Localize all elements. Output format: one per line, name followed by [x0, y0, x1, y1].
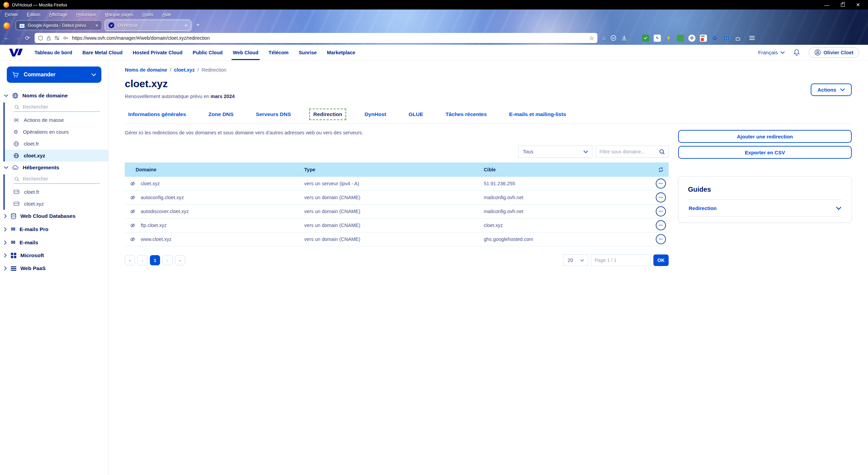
browser-tab-ovhcloud[interactable]: V OVHcloud ×	[105, 20, 191, 31]
tab-glue[interactable]: GLUE	[405, 109, 427, 119]
order-button[interactable]: Commander	[7, 66, 101, 83]
tab-emails-mailing-lists[interactable]: E-mails et mailing-lists	[506, 109, 570, 119]
sidebar-item-hosting-cloet-xyz[interactable]: cloet.xyz	[5, 198, 108, 210]
pagination-first-button[interactable]: «	[125, 255, 135, 265]
close-button[interactable]: ×	[856, 1, 860, 8]
globe-extension-icon[interactable]	[723, 35, 730, 42]
menu-aide[interactable]: Aide	[162, 12, 171, 17]
refresh-icon[interactable]	[658, 167, 664, 173]
circle-o-extension-icon[interactable]: O	[688, 35, 695, 42]
language-selector[interactable]: Français	[758, 50, 785, 55]
tab-redirection[interactable]: Redirection	[310, 109, 346, 119]
pagination-ok-button[interactable]: OK	[653, 254, 669, 266]
signature-pen-icon[interactable]: ✎	[654, 35, 661, 42]
permissions-sliders-icon[interactable]	[54, 36, 60, 40]
nav-sunrise[interactable]: Sunrise	[299, 45, 317, 60]
breadcrumb-domain-link[interactable]: cloet.xyz	[174, 67, 195, 73]
tab-zone-dns[interactable]: Zone DNS	[205, 109, 237, 119]
lock-icon[interactable]	[46, 36, 51, 41]
tab-dynhost[interactable]: DynHost	[361, 109, 390, 119]
domains-search-field[interactable]: Rechercher	[14, 102, 100, 112]
menu-outils[interactable]: Outils	[142, 12, 153, 17]
pagination-last-button[interactable]: »	[175, 255, 185, 265]
notifications-bell-icon[interactable]	[793, 49, 800, 56]
sidebar-item-actions-de-masse[interactable]: Actions de masse	[5, 114, 108, 126]
shield-icon[interactable]	[38, 36, 43, 41]
puzzle-icon[interactable]	[734, 35, 742, 42]
nav-telecom[interactable]: Télécom	[269, 45, 289, 60]
lightning-icon[interactable]	[665, 35, 672, 42]
add-redirection-button[interactable]: Ajouter une redirection	[678, 130, 852, 143]
bookmark-star-icon[interactable]: ☆	[589, 35, 594, 41]
column-header-cible[interactable]: Cible	[484, 167, 653, 172]
sidebar-item-operations-en-cours[interactable]: ⚙ Opérations en cours	[5, 126, 108, 138]
sidebar-item-hosting-cloet-fr[interactable]: cloet.fr	[5, 186, 108, 198]
stack-arrows-icon[interactable]	[711, 35, 718, 42]
sidebar-section-emails-pro[interactable]: ✉ E-mails Pro	[0, 223, 108, 236]
menu-hamburger-icon[interactable]	[749, 36, 755, 40]
minimize-button[interactable]: —	[824, 2, 829, 8]
sidebar-section-hosting[interactable]: Hébergements	[0, 162, 108, 174]
tab-serveurs-dns[interactable]: Serveurs DNS	[253, 109, 294, 119]
url-text[interactable]: https://www.ovh.com/manager/#/web/domain…	[72, 35, 586, 41]
ovh-logo[interactable]	[9, 48, 23, 57]
menu-affichage[interactable]: Affichage	[49, 12, 67, 17]
nav-marketplace[interactable]: Marketplace	[327, 45, 355, 60]
sidebar-section-web-paas[interactable]: Web PaaS	[0, 262, 108, 275]
adblock-shield-icon[interactable]	[642, 35, 649, 42]
search-icon[interactable]	[659, 149, 665, 155]
type-filter-select[interactable]: Tous	[518, 146, 592, 158]
green-square-extension-icon[interactable]	[677, 35, 684, 42]
sidebar-item-domain-cloet-fr[interactable]: cloet.fr	[5, 138, 108, 150]
column-header-type[interactable]: Type	[304, 167, 484, 172]
row-actions-menu-button[interactable]: •••	[656, 234, 666, 244]
sidebar-section-domains[interactable]: Noms de domaine	[0, 90, 108, 102]
sidebar-item-domain-cloet-xyz[interactable]: cloet.xyz	[5, 150, 108, 162]
sidebar-section-web-cloud-databases[interactable]: Web Cloud Databases	[0, 210, 108, 223]
subdomain-filter-input[interactable]	[599, 149, 656, 154]
column-header-domaine[interactable]: Domaine	[125, 167, 304, 172]
menu-marque-pages[interactable]: Marque-pages	[105, 12, 133, 17]
guide-redirection-link[interactable]: Redirection	[688, 200, 842, 216]
export-csv-button[interactable]: Exporter en CSV	[678, 146, 852, 159]
firefox-tab-icon[interactable]	[3, 22, 10, 29]
sidebar-section-emails[interactable]: ✉ E-mails	[0, 236, 108, 249]
hosting-search-field[interactable]: Rechercher	[14, 174, 100, 184]
restore-button[interactable]	[841, 3, 845, 7]
user-account-button[interactable]: Olivier Cloet	[809, 47, 859, 58]
download-icon[interactable]	[621, 35, 627, 41]
actions-button[interactable]: Actions	[811, 83, 852, 96]
nav-hosted-private-cloud[interactable]: Hosted Private Cloud	[133, 45, 182, 60]
sidebar-section-microsoft[interactable]: Microsoft	[0, 249, 108, 262]
menu-edition[interactable]: Édition	[27, 12, 40, 17]
page-number-input[interactable]	[591, 254, 651, 266]
row-actions-menu-button[interactable]: •••	[656, 206, 666, 216]
pagination-next-button[interactable]: ›	[162, 255, 173, 265]
forward-icon[interactable]: →	[15, 35, 20, 41]
row-actions-menu-button[interactable]: •••	[656, 220, 666, 230]
browser-tab-google-agenda[interactable]: 31 Google Agenda - Début prévu ×	[16, 20, 102, 30]
menu-historique[interactable]: Historique	[76, 12, 96, 17]
reload-icon[interactable]: ⟳	[25, 35, 30, 42]
tab-informations-generales[interactable]: Informations générales	[125, 109, 190, 119]
nav-web-cloud[interactable]: Web Cloud	[233, 45, 258, 60]
breadcrumb-domains-link[interactable]: Noms de domaine	[125, 67, 167, 73]
tab-close-icon[interactable]: ×	[95, 22, 98, 28]
tab-close-icon[interactable]: ×	[184, 22, 188, 28]
nav-tableau-de-bord[interactable]: Tableau de bord	[35, 45, 72, 60]
nav-public-cloud[interactable]: Public Cloud	[193, 45, 223, 60]
pocket-icon[interactable]	[610, 35, 616, 41]
page-size-select[interactable]: 20	[563, 254, 588, 266]
pdf-extension-icon[interactable]: PDF	[700, 35, 707, 42]
home-icon[interactable]: ⌂	[602, 35, 606, 41]
row-actions-menu-button[interactable]: •••	[656, 192, 666, 203]
nav-bare-metal-cloud[interactable]: Bare Metal Cloud	[82, 45, 122, 60]
row-actions-menu-button[interactable]: •••	[656, 178, 666, 189]
url-bar[interactable]: https://www.ovh.com/manager/#/web/domain…	[35, 33, 597, 43]
key-icon[interactable]	[63, 36, 68, 40]
menu-fichier[interactable]: Fichier	[5, 12, 18, 17]
pagination-page-1-button[interactable]: 1	[150, 255, 160, 265]
pagination-prev-button[interactable]: ‹	[137, 255, 147, 265]
new-tab-button[interactable]: +	[196, 21, 200, 29]
back-icon[interactable]: ←	[4, 35, 10, 41]
